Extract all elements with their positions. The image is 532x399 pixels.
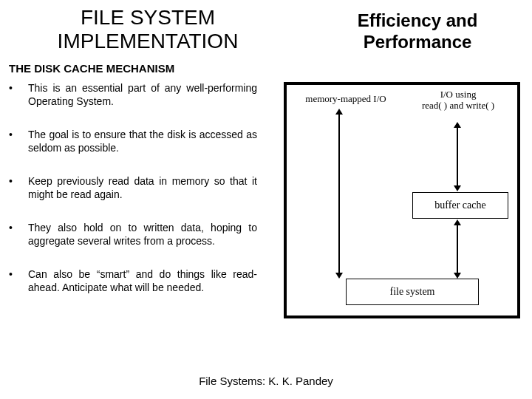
arrowhead-up-icon [335, 109, 343, 115]
label-io-read-write: I/O using read( ) and write( ) [406, 89, 510, 111]
arrowhead-down-icon [454, 273, 461, 279]
arrowhead-up-icon [454, 219, 461, 225]
box-file-system: file system [346, 279, 479, 305]
bullet-text: This is an essential part of any well-pe… [28, 82, 257, 108]
list-item: •They also hold on to written data, hopi… [9, 222, 275, 248]
arrowhead-down-icon [335, 273, 343, 279]
diagram-frame: memory-mapped I/O I/O using read( ) and … [284, 82, 520, 318]
section-subheading: THE DISK CACHE MECHANISM [0, 58, 532, 82]
bullet-text: The goal is to ensure that the disk is a… [28, 129, 257, 154]
bullet-list: •This is an essential part of any well-p… [9, 82, 275, 318]
bullet-text: Keep previously read data in memory so t… [28, 175, 257, 201]
arrow-buffer-to-fs [457, 221, 458, 274]
slide-title-right: Efficiency and Performance [332, 6, 502, 53]
list-item: •This is an essential part of any well-p… [9, 82, 275, 108]
label-memory-mapped-io: memory-mapped I/O [294, 94, 398, 104]
box-buffer-cache: buffer cache [412, 192, 508, 219]
label-io-line2: read( ) and write( ) [422, 100, 494, 111]
bullet-text: They also hold on to written data, hopin… [28, 222, 257, 248]
list-item: •Keep previously read data in memory so … [9, 175, 275, 201]
slide-title-left: FILE SYSTEM IMPLEMENTATION [30, 6, 266, 53]
label-io-line1: I/O using [440, 89, 477, 100]
arrow-mmio-to-fs [338, 110, 340, 274]
slide-footer: File Systems: K. K. Pandey [0, 375, 532, 387]
arrow-io-to-buffer [457, 123, 458, 187]
list-item: •The goal is to ensure that the disk is … [9, 129, 275, 154]
arrowhead-up-icon [454, 122, 461, 128]
bullet-text: Can also be “smart” and do things like r… [28, 268, 257, 294]
arrowhead-down-icon [454, 185, 461, 191]
diagram-figure: memory-mapped I/O I/O using read( ) and … [284, 82, 526, 318]
list-item: •Can also be “smart” and do things like … [9, 268, 275, 294]
